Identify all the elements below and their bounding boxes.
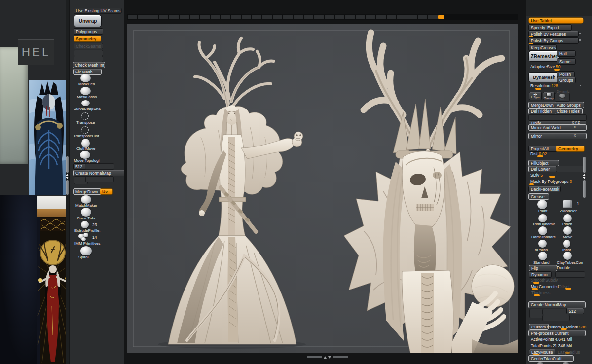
crease-button[interactable]: Crease <box>528 193 549 200</box>
polish-by-groups-dot[interactable] <box>579 39 581 41</box>
maskpen-label[interactable]: MaskPen <box>78 82 95 86</box>
offset-slider[interactable] <box>565 288 571 290</box>
mirror-and-weld-axis[interactable]: X <box>574 125 576 129</box>
solo-button[interactable]: Solo <box>555 93 570 102</box>
mergedown-button[interactable]: MergeDown <box>73 188 103 195</box>
transpose-icon[interactable] <box>81 112 89 120</box>
groups-button[interactable]: Groups <box>557 77 576 83</box>
map-size-button[interactable]: 512 <box>566 308 584 314</box>
move-brush-label[interactable]: Move <box>563 235 573 239</box>
min-connected-slider[interactable] <box>532 288 538 290</box>
hpolish-brush-icon[interactable] <box>538 240 547 248</box>
uv-button[interactable]: Uv <box>100 188 113 195</box>
transp-button[interactable]: Transp <box>543 92 555 100</box>
matchmaker-icon[interactable] <box>81 195 91 204</box>
uv-seams-field[interactable]: Use Existing UV Seams <box>74 8 122 14</box>
movetopology-label[interactable]: Move Topologi <box>74 158 99 163</box>
sdiv-label[interactable]: SDiv 5 <box>530 173 543 178</box>
polish-by-features-dot[interactable] <box>579 33 581 34</box>
damstandard-brush-label[interactable]: DamStandard <box>531 235 555 239</box>
symmetry-button[interactable]: Symmetry <box>74 36 101 42</box>
unwrap-button[interactable]: Unwrap <box>74 15 102 27</box>
custom-button[interactable]: Custom <box>529 324 549 330</box>
pinch-brush-label[interactable]: Pinch <box>562 222 572 226</box>
mirror-axis[interactable]: X <box>574 134 576 137</box>
mirror-button[interactable]: Mirror <box>528 133 587 139</box>
extrudeprofile-icon[interactable] <box>81 221 89 228</box>
keepcreases-button[interactable]: KeepCreases <box>528 44 557 51</box>
backfacemask-button[interactable]: BackFaceMask <box>528 186 561 192</box>
checkseams-button[interactable]: CheckSeams <box>74 43 103 49</box>
viewport[interactable] <box>127 24 518 353</box>
zmodeler-icon[interactable] <box>563 200 572 209</box>
close-holes-button[interactable]: Close Holes <box>555 108 583 114</box>
damstandard-brush-icon[interactable] <box>538 226 547 235</box>
spiral-icon[interactable] <box>80 246 92 255</box>
smoothsubdiv-slider[interactable] <box>533 282 539 284</box>
inflat-brush-icon[interactable] <box>563 240 570 248</box>
polish-by-features-button[interactable]: Polish By Features <box>528 31 579 37</box>
mergedown-button[interactable]: MergeDown <box>528 102 558 108</box>
del-hidden-button[interactable]: Del Hidden <box>528 108 556 114</box>
pinch-brush-icon[interactable] <box>563 214 572 222</box>
imm-primitives-label[interactable]: IMM Primitives <box>74 241 100 246</box>
masklasso-icon[interactable] <box>80 87 91 95</box>
gear-icon[interactable] <box>537 362 543 364</box>
dist-slider[interactable] <box>537 155 543 157</box>
resolution-slider[interactable] <box>535 88 541 90</box>
paint-brush-icon[interactable] <box>537 200 547 209</box>
check-mesh-int-button[interactable]: Check Mesh Int <box>73 62 105 68</box>
extrudeprofile-label[interactable]: ExtrudeProfile: <box>74 228 100 233</box>
maskpen-icon[interactable] <box>80 74 91 82</box>
polish-by-groups-button[interactable]: Polish By Groups <box>528 37 579 44</box>
thickness-slider[interactable] <box>534 294 540 296</box>
transposecloth-icon[interactable] <box>81 126 89 134</box>
use-tablet-button[interactable]: Use Tablet <box>528 17 584 24</box>
standard-brush-label[interactable]: Standard <box>533 260 549 265</box>
transposecloth-label[interactable]: TransposeClot <box>74 134 99 138</box>
claytubescon-brush-icon[interactable] <box>563 252 572 260</box>
standard-brush-icon[interactable] <box>538 252 547 260</box>
del-lower-button[interactable]: Del Lower <box>528 166 559 172</box>
transpose-label[interactable]: Transpose <box>76 120 95 125</box>
lsym-button[interactable]: ◂|▸ L.Sym <box>529 92 542 100</box>
spiral-label[interactable]: Spiral <box>78 255 88 259</box>
preprocess-current-button[interactable]: Pre-process Current <box>528 330 586 336</box>
resolution-dot[interactable] <box>580 85 581 86</box>
half-button[interactable]: Half <box>557 50 576 57</box>
centertitancraft-button[interactable]: CenterTitanCraft <box>528 355 574 362</box>
flip-button[interactable]: Flip <box>529 265 557 271</box>
reference-image-queen[interactable] <box>29 80 69 195</box>
unify-axes[interactable]: X Y Z <box>572 121 580 124</box>
lazyradius-slider[interactable] <box>565 352 570 354</box>
clothmove-label[interactable]: ClothMove <box>76 146 95 151</box>
matchmaker-label[interactable]: MatchMaker <box>75 203 97 208</box>
polygroups-button[interactable]: Polygroups <box>74 28 103 35</box>
dynamic-button[interactable]: Dynamic <box>529 271 552 278</box>
trimdynamic-brush-icon[interactable] <box>538 214 547 222</box>
curvetube-icon[interactable] <box>81 208 91 217</box>
masklasso-label[interactable]: MaskLasso <box>77 95 97 99</box>
curvestrapsnap-icon[interactable] <box>81 100 90 106</box>
gear-icon[interactable] <box>563 362 569 364</box>
move-brush-icon[interactable] <box>563 226 572 235</box>
double-label[interactable]: Double <box>557 265 570 270</box>
paint-brush-label[interactable]: Paint <box>538 209 547 213</box>
curvetube-label[interactable]: CurveTube <box>77 216 96 220</box>
timeline-bar[interactable] <box>127 14 518 20</box>
claytubescon-brush-label[interactable]: ClayTubesCon <box>557 260 583 265</box>
mask-by-polygroups-slider[interactable] <box>529 183 534 185</box>
resolution-label[interactable]: Resolution 128 <box>530 83 558 88</box>
sdiv-slider[interactable] <box>549 176 555 178</box>
curvestrapsnap-label[interactable]: CurveStrapSna <box>74 107 101 111</box>
zmodeler-label[interactable]: ZModeler <box>560 209 577 213</box>
reference-image-dark[interactable] <box>0 195 37 364</box>
adaptivesize-slider[interactable] <box>554 69 560 71</box>
geometry-button[interactable]: Geometry <box>556 146 585 152</box>
create-normalmap-button[interactable]: Create NormalMap <box>528 301 586 308</box>
create-normalmap-button[interactable]: Create NormalMap <box>73 170 127 176</box>
dynamesh-button[interactable]: DynaMesh <box>528 72 560 82</box>
timeline-marker[interactable] <box>438 15 444 19</box>
mirror-and-weld-button[interactable]: Mirror And Weld <box>528 124 587 131</box>
reference-image-tarot[interactable] <box>37 196 69 364</box>
